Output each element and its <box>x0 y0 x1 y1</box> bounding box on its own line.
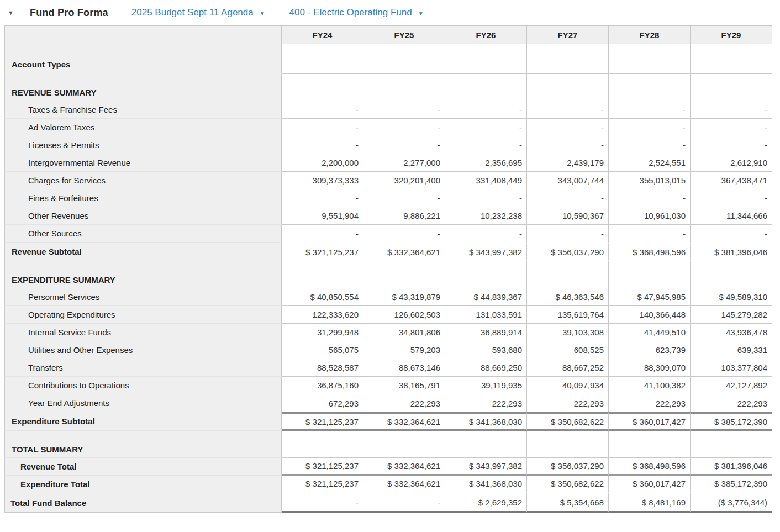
fund-dropdown[interactable]: 400 - Electric Operating Fund ▼ <box>289 7 424 18</box>
value-cell: 9,551,904 <box>282 207 363 225</box>
row-label: Ad Valorem Taxes <box>4 119 282 136</box>
value-cell: $ 8,481,169 <box>609 493 691 513</box>
value-cell: 38,165,791 <box>363 377 445 394</box>
table-row: Year End Adjustments672,293222,293222,29… <box>4 394 772 412</box>
value-cell: - <box>363 119 445 136</box>
value-cell: 10,232,238 <box>445 207 527 225</box>
value-cell: 565,075 <box>282 341 363 359</box>
value-cell: - <box>691 119 772 136</box>
value-cell: $ 332,364,621 <box>363 412 445 431</box>
value-cell <box>691 431 772 458</box>
value-cell: 11,344,666 <box>691 207 772 225</box>
column-header: FY26 <box>445 25 527 44</box>
value-cell: 9,886,221 <box>363 207 445 225</box>
value-cell: $ 385,172,390 <box>691 476 772 493</box>
value-cell: 42,127,892 <box>691 377 772 394</box>
value-cell: 36,889,914 <box>445 324 527 341</box>
value-cell: 2,439,179 <box>527 154 609 172</box>
value-cell <box>445 431 527 458</box>
value-cell: 135,619,764 <box>527 306 609 324</box>
value-cell: 331,408,449 <box>445 172 527 189</box>
value-cell: $ 321,125,237 <box>282 412 363 431</box>
value-cell: 131,033,591 <box>445 306 527 324</box>
value-cell: 222,293 <box>609 394 691 412</box>
value-cell: $ 356,037,290 <box>527 458 609 476</box>
value-cell: - <box>691 225 772 243</box>
value-cell: 103,377,804 <box>691 359 772 377</box>
value-cell <box>527 431 609 458</box>
row-label: Utilities and Other Expenses <box>4 341 282 359</box>
value-cell <box>363 431 445 458</box>
row-label: Revenue Total <box>4 458 282 476</box>
row-label: Personnel Services <box>4 288 282 306</box>
value-cell: 2,356,695 <box>445 154 527 172</box>
table-row: Charges for Services309,373,333320,201,4… <box>4 172 772 189</box>
value-cell: $ 343,997,382 <box>445 458 527 476</box>
value-cell <box>282 431 363 458</box>
value-cell: 608,525 <box>527 341 609 359</box>
page-title: Fund Pro Forma <box>30 7 108 19</box>
value-cell <box>527 261 609 288</box>
value-cell: 2,612,910 <box>691 154 772 172</box>
value-cell: $ 343,997,382 <box>445 243 527 261</box>
value-cell: $ 350,682,622 <box>527 476 609 493</box>
value-cell: - <box>445 189 527 207</box>
value-cell: 88,673,146 <box>363 359 445 377</box>
row-label: Expenditure Total <box>4 476 282 493</box>
value-cell: $ 321,125,237 <box>282 476 363 493</box>
table-row: Expenditure Total$ 321,125,237$ 332,364,… <box>4 476 772 493</box>
value-cell: $ 5,354,668 <box>527 493 609 513</box>
value-cell: 2,200,000 <box>282 154 363 172</box>
row-label: Charges for Services <box>4 172 282 189</box>
value-cell: - <box>445 136 527 154</box>
value-cell: 10,961,030 <box>609 207 691 225</box>
value-cell: 343,007,744 <box>527 172 609 189</box>
collapse-section-icon[interactable]: ▼ <box>8 9 30 16</box>
value-cell: - <box>527 119 609 136</box>
value-cell: $ 341,368,030 <box>445 476 527 493</box>
row-label: Taxes & Franchise Fees <box>4 101 282 119</box>
corner-cell <box>4 25 282 44</box>
value-cell: 623,739 <box>609 341 691 359</box>
value-cell: $ 44,839,367 <box>445 288 527 306</box>
row-label: REVENUE SUMMARY <box>4 74 282 101</box>
table-row: EXPENDITURE SUMMARY <box>4 261 772 288</box>
value-cell: 672,293 <box>282 394 363 412</box>
value-cell: - <box>691 189 772 207</box>
value-cell <box>445 261 527 288</box>
value-cell: 88,667,252 <box>527 359 609 377</box>
value-cell: 31,299,948 <box>282 324 363 341</box>
value-cell: $ 2,629,352 <box>445 493 527 513</box>
table-row: Expenditure Subtotal$ 321,125,237$ 332,3… <box>4 412 772 431</box>
value-cell: 40,097,934 <box>527 377 609 394</box>
toolbar: ▼ Fund Pro Forma 2025 Budget Sept 11 Age… <box>0 0 780 25</box>
value-cell: - <box>282 225 363 243</box>
value-cell <box>609 44 691 74</box>
budget-dropdown[interactable]: 2025 Budget Sept 11 Agenda ▼ <box>131 7 265 18</box>
value-cell: $ 332,364,621 <box>363 458 445 476</box>
value-cell: 579,203 <box>363 341 445 359</box>
value-cell: - <box>363 493 445 513</box>
value-cell: - <box>609 189 691 207</box>
value-cell: 39,103,308 <box>527 324 609 341</box>
table-row: Other Revenues9,551,9049,886,22110,232,2… <box>4 207 772 225</box>
value-cell <box>363 44 445 74</box>
row-label: Other Sources <box>4 225 282 243</box>
value-cell <box>282 74 363 101</box>
row-label: Expenditure Subtotal <box>4 412 282 431</box>
table-row: Internal Service Funds31,299,94834,801,8… <box>4 324 772 341</box>
row-label: EXPENDITURE SUMMARY <box>4 261 282 288</box>
table-row: Taxes & Franchise Fees------ <box>4 101 772 119</box>
value-cell: 88,309,070 <box>609 359 691 377</box>
table-row: Operating Expenditures122,333,620126,602… <box>4 306 772 324</box>
value-cell: 88,669,250 <box>445 359 527 377</box>
value-cell <box>691 261 772 288</box>
value-cell: 222,293 <box>527 394 609 412</box>
table-row: Revenue Subtotal$ 321,125,237$ 332,364,6… <box>4 243 772 261</box>
value-cell <box>363 74 445 101</box>
value-cell <box>609 431 691 458</box>
table-row: Revenue Total$ 321,125,237$ 332,364,621$… <box>4 458 772 476</box>
column-header: FY27 <box>527 25 609 44</box>
value-cell: 145,279,282 <box>691 306 772 324</box>
table-row: TOTAL SUMMARY <box>4 431 772 458</box>
